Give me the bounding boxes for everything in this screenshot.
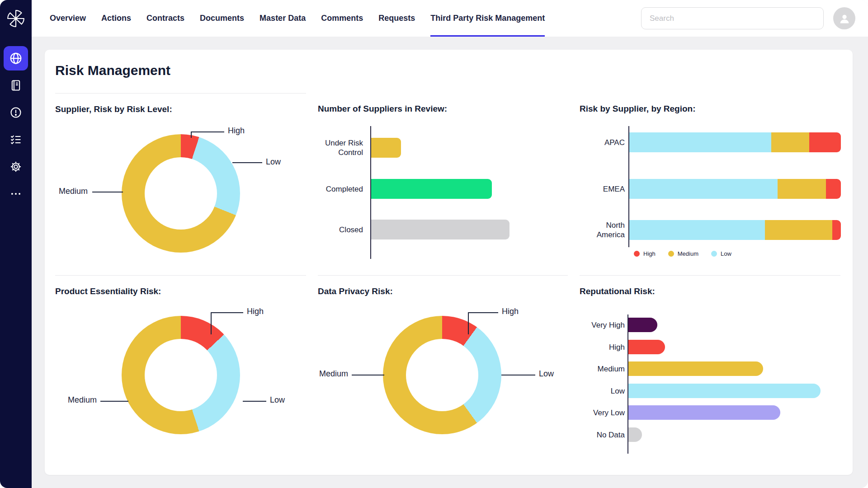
risk-management-card: Risk Management Supplier, Risk by Risk L… [45, 50, 853, 475]
sidebar [0, 0, 32, 488]
sidebar-item-checklist[interactable] [4, 127, 28, 152]
category-high: High [580, 340, 625, 354]
category-very-low: Very Low [580, 405, 625, 420]
stack-segment-low [629, 179, 778, 199]
sidebar-item-globe[interactable] [4, 46, 28, 70]
slice-label-low: Low [539, 369, 554, 379]
bar-track [371, 220, 569, 239]
slice-label-medium: Medium [318, 369, 348, 379]
label-line-low [232, 162, 262, 163]
label-line-medium [92, 192, 123, 192]
gear-icon [9, 160, 22, 173]
category-north-america: North America [580, 220, 625, 240]
category-no-data: No Data [580, 427, 625, 442]
charts-grid: Supplier, Risk by Risk Level: High Low M… [55, 93, 842, 456]
chart-suppliers-in-review: Number of Suppliers in Review: Under Ris… [318, 93, 568, 275]
book-icon [9, 79, 22, 92]
tab-overview[interactable]: Overview [50, 0, 86, 37]
chart-supplier-risk-by-risk-level: Supplier, Risk by Risk Level: High Low M… [55, 93, 306, 275]
legend-dot-high [634, 251, 640, 257]
nav-tabs: Overview Actions Contracts Documents Mas… [50, 0, 545, 37]
avatar[interactable] [833, 7, 855, 29]
sidebar-item-more[interactable] [4, 182, 28, 206]
donut-data-privacy [383, 316, 501, 434]
category-under-risk-control: Under Risk Control [318, 138, 363, 158]
app-window: Overview Actions Contracts Documents Mas… [0, 0, 868, 488]
chart-product-essentiality-risk: Product Essentiality Risk: High Low Medi… [55, 275, 306, 456]
category-closed: Closed [318, 220, 363, 239]
category-apac: APAC [580, 132, 625, 152]
slice-label-high: High [228, 126, 245, 136]
label-line-high [191, 131, 224, 132]
bar-track [371, 138, 569, 158]
label-line-medium [352, 375, 384, 375]
bar-track [628, 384, 821, 398]
globe-icon [9, 52, 23, 65]
top-navigation: Overview Actions Contracts Documents Mas… [32, 0, 868, 37]
label-line-high-elbow [211, 312, 212, 334]
bar-high [628, 340, 665, 354]
stack-segment-low [629, 220, 765, 240]
tab-comments[interactable]: Comments [321, 0, 363, 37]
slice-label-medium: Medium [55, 187, 88, 196]
risk-legend: High Medium Low [634, 250, 731, 257]
sidebar-item-book[interactable] [4, 73, 28, 98]
checklist-icon [9, 133, 22, 146]
bar-no-data [628, 427, 642, 442]
alert-circle-icon [9, 106, 22, 119]
chart-risk-by-region: Risk by Supplier, by Region: APAC EMEA N… [580, 93, 840, 275]
bar-track [371, 179, 569, 199]
label-line-low [501, 375, 535, 375]
legend-label-high: High [643, 250, 656, 257]
legend-item-low: Low [711, 250, 731, 257]
bar-track [628, 405, 821, 420]
legend-label-medium: Medium [678, 250, 698, 257]
slice-label-high: High [502, 307, 519, 316]
tab-third-party-risk-management[interactable]: Third Party Risk Management [430, 0, 545, 37]
category-very-high: Very High [580, 318, 625, 332]
chart-title: Supplier, Risk by Risk Level: [55, 104, 306, 114]
tab-actions[interactable]: Actions [101, 0, 131, 37]
chart-reputational-risk: Reputational Risk: Very High High Medium… [580, 275, 840, 456]
bar-track [628, 318, 821, 332]
label-line-medium [100, 401, 128, 402]
main-column: Overview Actions Contracts Documents Mas… [32, 0, 868, 488]
bar-closed [371, 220, 509, 239]
label-line-high-elbow [191, 131, 192, 138]
stack-segment-medium [778, 179, 826, 199]
bar-track [628, 427, 821, 442]
bar-under-risk-control [371, 138, 401, 158]
legend-label-low: Low [721, 250, 731, 257]
chart-title: Data Privacy Risk: [318, 286, 568, 296]
stack-segment-high [826, 179, 841, 199]
stack-segment-high [832, 220, 841, 240]
donut-product-essentiality [122, 316, 240, 434]
stack-segment-low [629, 132, 771, 152]
tab-requests[interactable]: Requests [378, 0, 415, 37]
sidebar-item-alerts[interactable] [4, 100, 28, 125]
sidebar-item-settings[interactable] [4, 155, 28, 179]
bar-medium [628, 361, 763, 376]
label-line-low [243, 401, 266, 402]
stack-segment-medium [771, 132, 809, 152]
chart-title: Risk by Supplier, by Region: [580, 104, 840, 114]
bar-completed [371, 179, 492, 199]
bar-track [628, 340, 821, 354]
chart-title: Number of Suppliers in Review: [318, 104, 568, 114]
page-title: Risk Management [55, 62, 842, 79]
tab-contracts[interactable]: Contracts [146, 0, 184, 37]
bar-very-high [628, 318, 657, 332]
main-content: Risk Management Supplier, Risk by Risk L… [32, 37, 868, 488]
category-completed: Completed [318, 179, 363, 199]
bar-track [628, 361, 821, 376]
tab-documents[interactable]: Documents [200, 0, 244, 37]
search-input[interactable] [649, 14, 816, 23]
legend-item-medium: Medium [668, 250, 698, 257]
category-medium: Medium [580, 361, 625, 376]
stacked-bar-emea [629, 179, 841, 199]
tab-master-data[interactable]: Master Data [259, 0, 306, 37]
app-logo[interactable] [6, 0, 25, 37]
category-emea: EMEA [580, 179, 625, 199]
chart-data-privacy-risk: Data Privacy Risk: High Low Medium [318, 275, 568, 456]
slice-label-medium: Medium [55, 395, 97, 405]
